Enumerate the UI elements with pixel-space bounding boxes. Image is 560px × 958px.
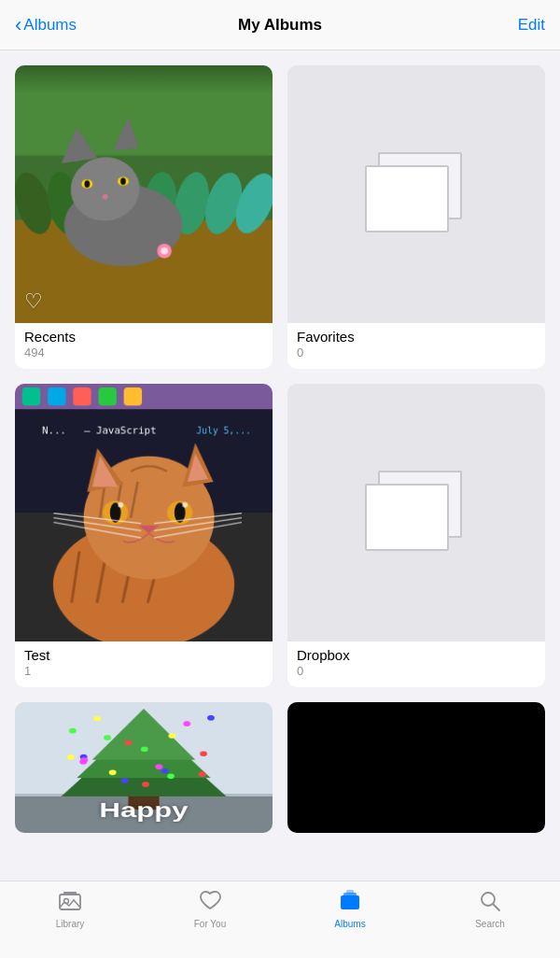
album-info-test: Test 1 bbox=[15, 641, 273, 687]
edit-button[interactable]: Edit bbox=[518, 16, 545, 35]
main-content: ♡ Recents 494 Favorites 0 bbox=[0, 50, 560, 848]
page-title: My Albums bbox=[238, 16, 322, 35]
album-info-recents: Recents 494 bbox=[15, 323, 273, 369]
tab-for-you[interactable]: For You bbox=[140, 889, 280, 929]
album-count-recents: 494 bbox=[24, 345, 263, 359]
tab-search-label: Search bbox=[475, 920, 505, 929]
album-name-dropbox: Dropbox bbox=[297, 647, 536, 663]
album-dropbox[interactable]: Dropbox 0 bbox=[287, 384, 545, 687]
album-name-test: Test bbox=[24, 647, 263, 663]
album-thumb-favorites bbox=[287, 65, 545, 323]
tab-bar: Library For You Albums Search bbox=[0, 881, 560, 958]
svg-rect-0 bbox=[60, 895, 80, 909]
album-thumb-recents: ♡ bbox=[15, 65, 273, 323]
tab-search[interactable]: Search bbox=[420, 889, 560, 929]
tab-for-you-label: For You bbox=[194, 920, 226, 929]
tab-albums-label: Albums bbox=[334, 920, 365, 929]
album-black[interactable] bbox=[287, 702, 545, 833]
album-count-favorites: 0 bbox=[297, 345, 536, 359]
album-recents[interactable]: ♡ Recents 494 bbox=[15, 65, 273, 369]
album-thumb-test bbox=[15, 384, 273, 641]
svg-rect-1 bbox=[63, 892, 77, 895]
album-name-recents: Recents bbox=[24, 329, 263, 345]
frame-front-dropbox bbox=[365, 484, 449, 551]
partial-albums-row bbox=[15, 702, 545, 833]
album-thumb-black bbox=[287, 702, 545, 833]
album-thumb-christmas bbox=[15, 702, 273, 833]
tab-library[interactable]: Library bbox=[0, 889, 140, 929]
back-label: Albums bbox=[23, 16, 77, 35]
albums-tab-icon bbox=[338, 889, 362, 917]
album-thumb-dropbox bbox=[287, 384, 545, 641]
album-christmas[interactable] bbox=[15, 702, 273, 833]
chevron-left-icon: ‹ bbox=[15, 15, 21, 35]
svg-rect-5 bbox=[346, 890, 354, 894]
black-photo bbox=[287, 702, 545, 833]
album-count-dropbox: 0 bbox=[297, 664, 536, 678]
library-icon bbox=[58, 889, 82, 917]
album-info-favorites: Favorites 0 bbox=[287, 323, 545, 369]
album-placeholder-dropbox bbox=[287, 384, 545, 641]
svg-line-7 bbox=[494, 905, 500, 911]
back-button[interactable]: ‹ Albums bbox=[15, 15, 77, 35]
album-placeholder-favorites bbox=[287, 65, 545, 323]
album-count-test: 1 bbox=[24, 664, 263, 678]
svg-rect-3 bbox=[341, 895, 359, 909]
heart-icon: ♡ bbox=[24, 289, 43, 314]
search-tab-icon bbox=[478, 889, 502, 917]
album-name-favorites: Favorites bbox=[297, 329, 536, 345]
tab-albums[interactable]: Albums bbox=[280, 889, 420, 929]
album-favorites[interactable]: Favorites 0 bbox=[287, 65, 545, 369]
album-info-dropbox: Dropbox 0 bbox=[287, 641, 545, 687]
albums-grid: ♡ Recents 494 Favorites 0 bbox=[15, 65, 545, 687]
heart-tab-icon bbox=[198, 889, 222, 917]
stacked-frames-dropbox bbox=[365, 471, 468, 555]
tab-library-label: Library bbox=[56, 920, 85, 929]
frame-front bbox=[365, 165, 449, 232]
stacked-frames-favorites bbox=[365, 152, 468, 236]
album-test[interactable]: Test 1 bbox=[15, 384, 273, 687]
navigation-header: ‹ Albums My Albums Edit bbox=[0, 0, 560, 50]
